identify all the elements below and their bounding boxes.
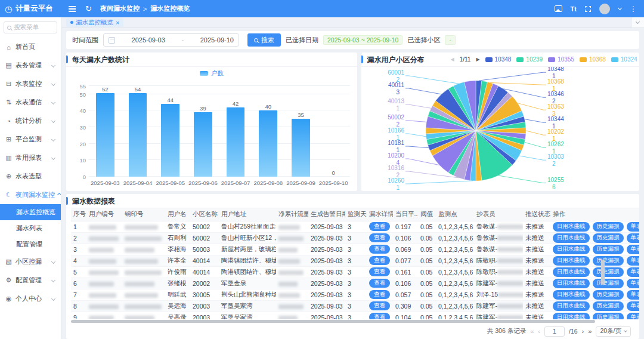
horizontal-scrollbar-thumb[interactable] bbox=[71, 320, 595, 323]
collapse-menu-icon[interactable] bbox=[69, 8, 76, 10]
masked-value bbox=[89, 304, 119, 309]
single-meter-analysis-button[interactable]: 单表分析 bbox=[627, 313, 640, 320]
user-dropdown-chevron-icon[interactable] bbox=[618, 5, 622, 10]
daily-water-curve-button[interactable]: 日用水曲线 bbox=[553, 233, 590, 243]
last-page-button[interactable]: » bbox=[588, 328, 592, 335]
cell-flow bbox=[276, 312, 308, 319]
sidebar-item-水表选型[interactable]: ⊕水表选型 bbox=[0, 167, 61, 186]
history-leak-button[interactable]: 历史漏损 bbox=[593, 233, 624, 243]
search-button[interactable]: 搜索 bbox=[247, 33, 281, 47]
sidebar-item-个人中心[interactable]: ◉个人中心 bbox=[0, 289, 61, 308]
cell-status: 未推送 bbox=[523, 278, 550, 289]
sidebar-search-input[interactable]: 搜索菜单 bbox=[4, 21, 57, 33]
masked-value bbox=[278, 282, 298, 286]
next-page-button[interactable]: › bbox=[582, 328, 584, 335]
single-meter-analysis-button[interactable]: 单表分析 bbox=[627, 267, 640, 277]
bar[interactable] bbox=[161, 104, 179, 177]
legend-item-10239[interactable]: 10239 bbox=[516, 56, 543, 63]
sidebar-item-水表监控[interactable]: ⊟水表监控 bbox=[0, 75, 61, 93]
sidebar-item-水表通信[interactable]: ⇅水表通信 bbox=[0, 93, 61, 112]
legend-item-10355[interactable]: 10355 bbox=[548, 56, 574, 63]
date-range-input[interactable]: 2025-09-03 - 2025-09-10 bbox=[103, 33, 239, 47]
tab-close-icon[interactable]: × bbox=[116, 19, 119, 26]
daily-water-curve-button[interactable]: 日用水曲线 bbox=[553, 301, 590, 311]
history-leak-button[interactable]: 历史漏损 bbox=[593, 267, 624, 277]
sidebar-item-配置管理[interactable]: ⚙配置管理 bbox=[0, 271, 61, 289]
bar[interactable] bbox=[129, 93, 147, 177]
history-leak-button[interactable]: 历史漏损 bbox=[593, 290, 624, 300]
tabbar-dropdown[interactable] bbox=[631, 17, 644, 27]
sidebar-item-新首页[interactable]: ⌂新首页 bbox=[0, 38, 61, 56]
daily-water-curve-button[interactable]: 日用水曲线 bbox=[553, 313, 590, 320]
single-meter-analysis-button[interactable]: 单表分析 bbox=[627, 256, 640, 266]
refresh-icon[interactable]: ↻ bbox=[85, 4, 92, 13]
cell-user_no bbox=[86, 232, 122, 244]
fullscreen-icon[interactable] bbox=[585, 6, 591, 12]
vertical-scrollbar[interactable] bbox=[601, 260, 605, 285]
bar[interactable] bbox=[227, 107, 245, 177]
bar[interactable] bbox=[292, 119, 310, 177]
legend-item-10368[interactable]: 10368 bbox=[580, 56, 606, 63]
cell-days: 3 bbox=[345, 221, 367, 232]
single-meter-analysis-button[interactable]: 单表分析 bbox=[627, 290, 640, 300]
sidebar-subitem-漏水列表[interactable]: 漏水列表 bbox=[0, 220, 61, 236]
legend-next-icon[interactable]: ▶ bbox=[476, 57, 479, 62]
history-leak-button[interactable]: 历史漏损 bbox=[593, 301, 624, 311]
more-menu-icon[interactable]: ⋮ bbox=[630, 5, 637, 13]
single-meter-analysis-button[interactable]: 单表分析 bbox=[627, 222, 640, 232]
first-page-button[interactable]: « bbox=[530, 328, 534, 335]
daily-water-curve-button[interactable]: 日用水曲线 bbox=[553, 267, 590, 277]
view-leak-detail-button[interactable]: 查看 bbox=[369, 256, 390, 265]
tab-leak-overview[interactable]: 漏水监控概览 × bbox=[66, 19, 123, 27]
sidebar-item-表务管理[interactable]: ▤表务管理 bbox=[0, 56, 61, 75]
page-input[interactable]: 1 bbox=[544, 326, 565, 337]
font-size-icon[interactable]: Tt bbox=[571, 5, 577, 13]
sidebar-subitem-漏水监控概览[interactable]: 漏水监控概览 bbox=[0, 204, 61, 220]
sidebar-item-常用报表[interactable]: ▥常用报表 bbox=[0, 149, 61, 167]
start-date-value: 2025-09-03 bbox=[132, 36, 165, 44]
avatar[interactable] bbox=[599, 4, 610, 14]
single-meter-analysis-button[interactable]: 单表分析 bbox=[627, 245, 640, 254]
view-leak-detail-button[interactable]: 查看 bbox=[369, 313, 390, 319]
daily-water-curve-button[interactable]: 日用水曲线 bbox=[553, 222, 590, 232]
history-leak-button[interactable]: 历史漏损 bbox=[593, 279, 624, 288]
screenshot-icon[interactable] bbox=[555, 5, 562, 12]
bar-chart-legend[interactable]: 户数 bbox=[66, 69, 357, 78]
sidebar-item-平台监测[interactable]: ⊞平台监测 bbox=[0, 130, 61, 149]
legend-item-10348[interactable]: 10348 bbox=[485, 56, 512, 63]
prev-page-button[interactable]: ‹ bbox=[538, 328, 540, 335]
view-leak-detail-button[interactable]: 查看 bbox=[369, 233, 390, 242]
bar[interactable] bbox=[96, 93, 114, 177]
sidebar-item-统计分析[interactable]: ◔统计分析 bbox=[0, 112, 61, 130]
view-leak-detail-button[interactable]: 查看 bbox=[369, 267, 390, 276]
single-meter-analysis-button[interactable]: 单表分析 bbox=[627, 279, 640, 288]
daily-water-curve-button[interactable]: 日用水曲线 bbox=[553, 290, 590, 300]
view-leak-detail-button[interactable]: 查看 bbox=[369, 301, 390, 310]
daily-water-curve-button[interactable]: 日用水曲线 bbox=[553, 256, 590, 266]
daily-water-curve-button[interactable]: 日用水曲线 bbox=[553, 245, 590, 254]
cell-threshold: 0.05 bbox=[418, 289, 436, 300]
cell-status: 未推送 bbox=[523, 255, 550, 266]
view-leak-detail-button[interactable]: 查看 bbox=[369, 222, 390, 231]
legend-item-10324[interactable]: 10324 bbox=[611, 56, 637, 63]
single-meter-analysis-button[interactable]: 单表分析 bbox=[627, 233, 640, 243]
view-leak-detail-button[interactable]: 查看 bbox=[369, 290, 390, 299]
cell-threshold: 0.05 bbox=[418, 300, 436, 312]
view-leak-detail-button[interactable]: 查看 bbox=[369, 245, 390, 254]
page-size-select[interactable]: 20条/页 bbox=[596, 326, 631, 337]
history-leak-button[interactable]: 历史漏损 bbox=[593, 222, 624, 232]
daily-water-curve-button[interactable]: 日用水曲线 bbox=[553, 279, 590, 288]
legend-prev-icon[interactable]: ◀ bbox=[451, 57, 454, 62]
sidebar-item-小区控漏[interactable]: ▧小区控漏 bbox=[0, 252, 61, 271]
sidebar-subitem-配置管理[interactable]: 配置管理 bbox=[0, 236, 61, 252]
masked-value bbox=[497, 281, 523, 286]
view-leak-detail-button[interactable]: 查看 bbox=[369, 279, 390, 288]
single-meter-analysis-button[interactable]: 单表分析 bbox=[627, 301, 640, 311]
history-leak-button[interactable]: 历史漏损 bbox=[593, 245, 624, 254]
sidebar-item-夜间漏水监控[interactable]: ☾夜间漏水监控 bbox=[0, 186, 61, 204]
bar[interactable] bbox=[194, 112, 212, 177]
history-leak-button[interactable]: 历史漏损 bbox=[593, 313, 624, 320]
cell-status: 未推送 bbox=[523, 266, 550, 278]
history-leak-button[interactable]: 历史漏损 bbox=[593, 256, 624, 266]
bar[interactable] bbox=[259, 110, 277, 177]
